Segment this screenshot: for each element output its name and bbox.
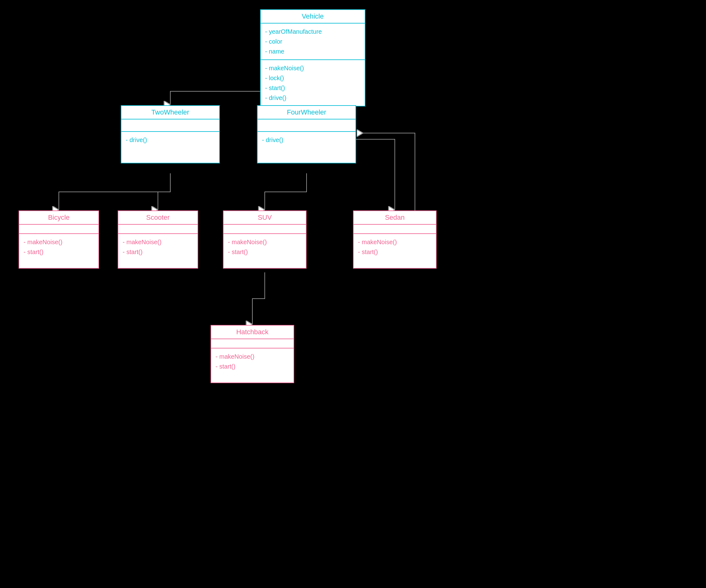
bicycle-attributes	[19, 225, 99, 234]
twowheeler-to-scooter-line	[158, 173, 170, 210]
attr-color: - color	[265, 37, 360, 46]
method-drive: - drive()	[265, 93, 360, 103]
twowheeler-to-bicycle-line	[59, 173, 170, 210]
suv-method-makenoise: - makeNoise()	[228, 237, 302, 247]
suv-class-name: SUV	[224, 211, 306, 225]
tw-method-drive: - drive()	[126, 135, 215, 145]
bicycle-class-name: Bicycle	[19, 211, 99, 225]
fourwheeler-to-sedan-line	[356, 139, 395, 210]
sedan-class: Sedan - makeNoise() - start()	[353, 210, 437, 268]
suv-methods: - makeNoise() - start()	[224, 234, 306, 268]
sedan-method-start: - start()	[358, 247, 432, 257]
suv-attributes	[224, 225, 306, 234]
twowheeler-attributes	[121, 120, 219, 132]
scooter-class-name: Scooter	[118, 211, 198, 225]
suv-class: SUV - makeNoise() - start()	[223, 210, 307, 268]
sedan-method-makenoise: - makeNoise()	[358, 237, 432, 247]
vehicle-class-name: Vehicle	[261, 10, 365, 24]
bicycle-methods: - makeNoise() - start()	[19, 234, 99, 268]
method-start: - start()	[265, 83, 360, 93]
sedan-attributes	[354, 225, 436, 234]
hatchback-methods: - makeNoise() - start()	[211, 348, 293, 382]
vehicle-class: Vehicle - yearOfManufacture - color - na…	[260, 9, 365, 107]
attr-name: - name	[265, 46, 360, 56]
scooter-class: Scooter - makeNoise() - start()	[118, 210, 198, 268]
fourwheeler-attributes	[258, 120, 355, 132]
fourwheeler-to-suv-line	[265, 173, 307, 210]
bicycle-method-makenoise: - makeNoise()	[24, 237, 94, 247]
scooter-method-start: - start()	[123, 247, 193, 257]
hatchback-attributes	[211, 339, 293, 348]
bicycle-method-start: - start()	[24, 247, 94, 257]
twowheeler-methods: - drive()	[121, 132, 219, 163]
fourwheeler-class: FourWheeler - drive()	[257, 105, 356, 163]
bicycle-class: Bicycle - makeNoise() - start()	[18, 210, 99, 268]
hatchback-method-makenoise: - makeNoise()	[215, 351, 289, 362]
fw-method-drive: - drive()	[262, 135, 351, 145]
vehicle-attributes: - yearOfManufacture - color - name	[261, 24, 365, 60]
vehicle-methods: - makeNoise() - lock() - start() - drive…	[261, 60, 365, 106]
scooter-method-makenoise: - makeNoise()	[123, 237, 193, 247]
twowheeler-class-name: TwoWheeler	[121, 106, 219, 120]
hatchback-class: Hatchback - makeNoise() - start()	[210, 325, 294, 383]
suv-method-start: - start()	[228, 247, 302, 257]
method-makenoise: - makeNoise()	[265, 63, 360, 73]
sedan-class-name: Sedan	[354, 211, 436, 225]
scooter-methods: - makeNoise() - start()	[118, 234, 198, 268]
attr-year: - yearOfManufacture	[265, 27, 360, 37]
hatchback-class-name: Hatchback	[211, 326, 293, 339]
method-lock: - lock()	[265, 73, 360, 83]
hatchback-method-start: - start()	[215, 362, 289, 371]
suv-to-hatchback-line	[252, 272, 265, 324]
sedan-methods: - makeNoise() - start()	[354, 234, 436, 268]
twowheeler-class: TwoWheeler - drive()	[121, 105, 220, 163]
scooter-attributes	[118, 225, 198, 234]
fourwheeler-class-name: FourWheeler	[258, 106, 355, 120]
fourwheeler-methods: - drive()	[258, 132, 355, 163]
